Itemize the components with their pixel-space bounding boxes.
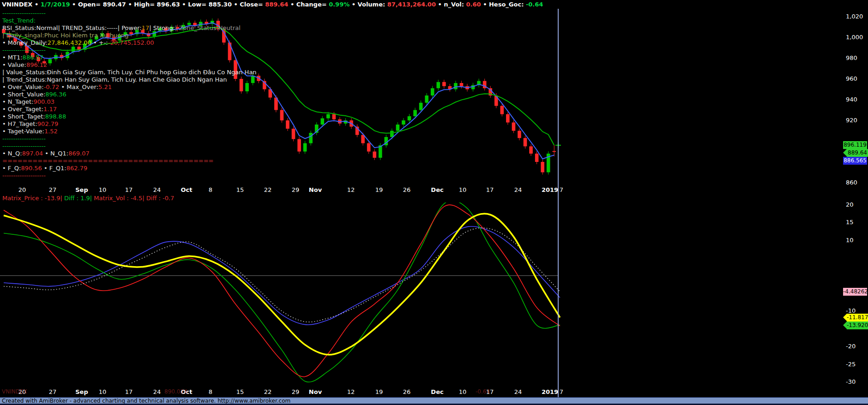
date-label: 12 bbox=[347, 387, 355, 397]
text-segment: • F_Q1: bbox=[42, 165, 66, 172]
text-segment: | Value_Status:Đinh Gia Suy Giam, Tich L… bbox=[2, 69, 257, 76]
date-label: 15 bbox=[236, 185, 244, 195]
date-label: 8 bbox=[209, 185, 212, 195]
text-segment: Test_Trend: bbox=[2, 17, 36, 24]
text-segment: • Money_Daily: bbox=[2, 39, 48, 46]
text-segment: • Taget-Value: bbox=[2, 128, 44, 135]
overlay-line: • N_Q:897.04 • N_Q1:869.07 bbox=[2, 150, 257, 157]
date-label: 15 bbox=[236, 387, 244, 397]
text-segment: -------------------- bbox=[2, 135, 46, 142]
text-segment: 1/7/2019 bbox=[41, 1, 70, 8]
text-segment: 898.88 bbox=[45, 113, 66, 120]
text-segment: -------------------- bbox=[2, 10, 46, 17]
text-segment: 885.30 bbox=[209, 1, 232, 8]
date-label: 10 bbox=[99, 387, 107, 397]
text-segment: • Close= bbox=[232, 1, 265, 8]
clipped-text-fragment: VNINDEX bbox=[2, 388, 27, 395]
date-axis-bottom: 2027Sep101724Oct8152229Nov121926Dec10172… bbox=[0, 387, 868, 397]
date-label: Oct bbox=[181, 185, 193, 195]
text-segment: 886.57 bbox=[23, 54, 44, 61]
text-segment: 0.99% bbox=[329, 1, 350, 8]
overlay-line: • Taget-Value:1.52 bbox=[2, 128, 257, 135]
text-segment: • F_Q: bbox=[2, 165, 21, 172]
text-segment: 890.56 bbox=[21, 165, 42, 172]
text-segment: 27,846,432.00 bbox=[48, 39, 91, 46]
text-segment: • bbox=[35, 1, 41, 8]
overlay-line: -------------------- bbox=[2, 172, 257, 179]
overlay-line: ========================================… bbox=[2, 157, 257, 165]
date-label: 29 bbox=[292, 387, 300, 397]
text-segment: | Daily_singal:Phuc Hoi Kiem tra Xu huon… bbox=[2, 32, 128, 39]
date-label: 24 bbox=[153, 387, 161, 397]
text-segment: Matrix_Vol : -4.5| bbox=[92, 195, 144, 202]
overlay-line: • Value:896.12 bbox=[2, 61, 257, 69]
overlay-line: -------------------- bbox=[2, 135, 257, 143]
date-label: 10 bbox=[459, 387, 467, 397]
text-segment: • Over_Value: bbox=[2, 83, 44, 90]
text-segment: Diff : -0.7 bbox=[145, 195, 175, 202]
overlay-line: • Over_Value:-0.72 • Max_Over:5.21 bbox=[2, 83, 257, 91]
text-segment: • H7_Taget: bbox=[2, 120, 37, 127]
date-label: 2019 bbox=[542, 185, 558, 195]
date-label: 24 bbox=[514, 185, 522, 195]
text-segment: 17 bbox=[142, 24, 150, 31]
date-label: 29 bbox=[292, 185, 300, 195]
date-label: Sep bbox=[75, 185, 88, 195]
text-segment: 890.47 bbox=[103, 1, 126, 8]
date-label: 12 bbox=[347, 185, 355, 195]
text-segment: 5.21 bbox=[98, 83, 112, 90]
indicator-overlay: --------------------Test_Trend:RSI_Statu… bbox=[2, 10, 257, 179]
date-label: 19 bbox=[375, 185, 383, 195]
date-label: 22 bbox=[264, 387, 272, 397]
text-segment: -------------------- bbox=[2, 172, 46, 179]
date-label: 17 bbox=[125, 185, 133, 195]
overlay-line: | Trend_Status:Ngan Han Suy Giam, Tich L… bbox=[2, 76, 257, 83]
text-segment: 862.79 bbox=[66, 165, 88, 172]
text-segment: RSI_Status:Normal| TREND_Status:-----| P… bbox=[2, 24, 142, 31]
overlay-line: -------------------- bbox=[2, 143, 257, 150]
text-segment: VNINDEX bbox=[2, 1, 35, 8]
date-label: 17 bbox=[125, 387, 133, 397]
text-segment: • n_Vol: bbox=[436, 1, 466, 8]
date-label: 8 bbox=[209, 387, 212, 397]
date-label: 27 bbox=[49, 185, 57, 195]
chart-title-bar: VNINDEX • 1/7/2019 • Open= 890.47 • High… bbox=[0, 0, 868, 9]
text-segment: • Change= bbox=[288, 1, 329, 8]
date-label: 2019 bbox=[542, 387, 558, 397]
overlay-line: • F_Q:890.56 • F_Q1:862.79 bbox=[2, 165, 257, 172]
overlay-line: • MT1:886.57 bbox=[2, 54, 257, 61]
date-label: 27 bbox=[49, 387, 57, 397]
text-segment: • Max_Over: bbox=[59, 83, 98, 90]
overlay-line: • H7_Taget:902.79 bbox=[2, 120, 257, 128]
text-segment: • Value: bbox=[2, 61, 26, 68]
crosshair-cursor-line bbox=[558, 9, 559, 397]
date-label: Sep bbox=[75, 387, 88, 397]
text-segment: • MT1: bbox=[2, 54, 23, 61]
text-segment: 897.04 bbox=[22, 150, 43, 157]
text-segment: • N_Taget: bbox=[2, 98, 34, 105]
text-segment: • N_Q1: bbox=[43, 150, 68, 157]
text-segment: 896.36 bbox=[45, 91, 66, 98]
text-segment: | Zone_Status:Neutral bbox=[175, 24, 241, 31]
date-label: 26 bbox=[403, 387, 411, 397]
text-segment: | Strong: bbox=[149, 24, 175, 31]
date-label: 7 bbox=[560, 185, 563, 195]
text-segment: • +-: bbox=[91, 39, 108, 46]
overlay-line: • N_Taget:900.03 bbox=[2, 98, 257, 106]
text-segment: • High= bbox=[126, 1, 157, 8]
text-segment: • Short_Value: bbox=[2, 91, 45, 98]
date-label: 22 bbox=[264, 185, 272, 195]
overlay-line: Test_Trend: bbox=[2, 17, 257, 24]
osc-header: Matrix_Price : -13.9| Diff : 1.9| Matrix… bbox=[2, 194, 174, 202]
text-segment: • Low= bbox=[180, 1, 209, 8]
date-label: Nov bbox=[309, 387, 322, 397]
text-segment: 87,413,264.00 bbox=[387, 1, 436, 8]
text-segment: Matrix_Price : -13.9| bbox=[2, 195, 62, 202]
oscillator-chart[interactable] bbox=[0, 202, 868, 387]
amibroker-window: VNINDEX • 1/7/2019 • Open= 890.47 • High… bbox=[0, 0, 868, 405]
text-segment: • Short_Taget: bbox=[2, 113, 45, 120]
text-segment: 896.12 bbox=[26, 61, 48, 68]
text-segment: 902.79 bbox=[37, 120, 59, 127]
text-segment: | Trend_Status:Ngan Han Suy Giam, Tich L… bbox=[2, 76, 227, 83]
date-label: Dec bbox=[431, 387, 443, 397]
